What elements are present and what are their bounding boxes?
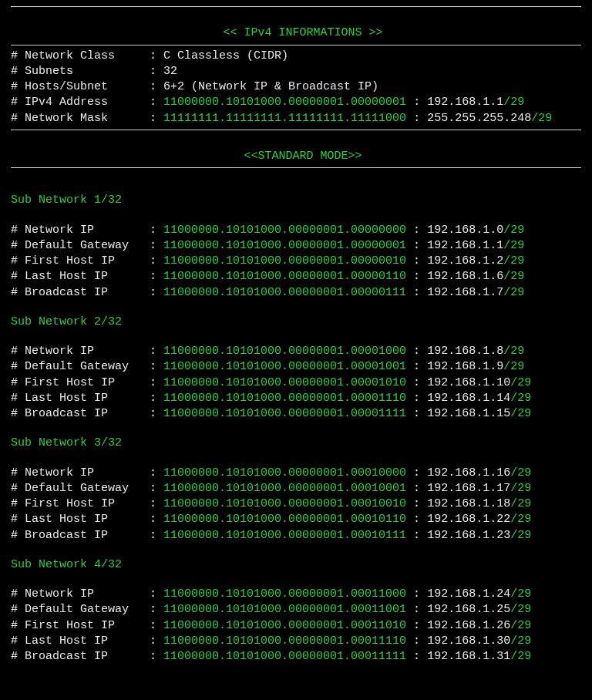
decimal: 255.255.255.248: [427, 112, 531, 125]
subnet-row: # Network IP : 11000000.10101000.0000000…: [11, 223, 581, 238]
row-label: # Last Host IP: [11, 392, 143, 405]
row-label: # Default Gateway: [11, 360, 143, 373]
subnet-row: # Network IP : 11000000.10101000.0000000…: [11, 587, 581, 602]
row-binary: 11000000.10101000.00000001.00010010: [163, 497, 406, 510]
row-decimal: 192.168.1.23: [427, 529, 510, 542]
value: 32: [163, 65, 177, 78]
row-binary: 11000000.10101000.00000001.00011000: [163, 587, 406, 601]
row-decimal: 192.168.1.24: [427, 587, 510, 601]
row-binary: 11000000.10101000.00000001.00010001: [163, 482, 406, 495]
row-label: # Network IP: [11, 466, 143, 480]
row-decimal: 192.168.1.17: [427, 482, 510, 495]
subnet-row: # First Host IP : 11000000.10101000.0000…: [11, 496, 581, 512]
row-cidr: /29: [503, 286, 524, 299]
pad: [115, 49, 143, 62]
separator: [11, 45, 581, 45]
row-decimal: 192.168.1.30: [427, 634, 510, 648]
row-cidr: /29: [510, 513, 531, 526]
subnet-title: Sub Network 4/32: [11, 557, 581, 573]
row-cidr: /29: [510, 603, 531, 616]
subnet-row: # Broadcast IP : 11000000.10101000.00000…: [11, 649, 581, 665]
row-binary: 11000000.10101000.00000001.00010000: [163, 466, 406, 480]
row-binary: 11000000.10101000.00000001.00000110: [163, 270, 406, 283]
row-cidr: /29: [503, 254, 524, 268]
row-decimal: 192.168.1.2: [427, 254, 503, 268]
row-decimal: 192.168.1.15: [427, 407, 510, 420]
row-decimal: 192.168.1.10: [427, 376, 510, 389]
subnet-row: # First Host IP : 11000000.10101000.0000…: [11, 618, 581, 634]
row-cidr: /29: [510, 650, 531, 663]
row-binary: 11000000.10101000.00000001.00010110: [163, 513, 406, 526]
row-cidr: /29: [510, 407, 531, 420]
subnets-list: Sub Network 1/32# Network IP : 11000000.…: [11, 193, 581, 678]
label: # Hosts/Subnet: [11, 80, 108, 93]
row-decimal: 192.168.1.16: [427, 466, 510, 480]
row-binary: 11000000.10101000.00000001.00011001: [163, 603, 406, 616]
cidr: /29: [503, 96, 524, 109]
row-cidr: /29: [510, 392, 531, 405]
row-binary: 11000000.10101000.00000001.00001111: [163, 407, 406, 420]
row-binary: 11000000.10101000.00000001.00001010: [163, 376, 406, 389]
row-decimal: 192.168.1.7: [427, 286, 503, 299]
subnet-title: Sub Network 3/32: [11, 436, 581, 451]
row-label: # First Host IP: [11, 497, 143, 510]
row-binary: 11000000.10101000.00000001.00011111: [163, 650, 406, 663]
row-decimal: 192.168.1.26: [427, 619, 510, 632]
mode-header: <<STANDARD MODE>>: [11, 133, 581, 165]
row-label: # Default Gateway: [11, 482, 143, 495]
subnet-row: # Last Host IP : 11000000.10101000.00000…: [11, 391, 581, 406]
row-binary: 11000000.10101000.00000001.00011010: [163, 619, 406, 632]
subnet-row: # Broadcast IP : 11000000.10101000.00000…: [11, 528, 581, 544]
subnet-row: # First Host IP : 11000000.10101000.0000…: [11, 254, 581, 269]
row-cidr: /29: [503, 239, 524, 252]
row-binary: 11000000.10101000.00000001.00010111: [163, 529, 406, 542]
subnet-title: Sub Network 2/32: [11, 315, 581, 330]
row-binary: 11000000.10101000.00000001.00011110: [163, 634, 406, 648]
ipv4-info-header: << IPv4 INFORMATIONS >>: [11, 10, 581, 42]
row-binary: 11000000.10101000.00000001.00001001: [163, 360, 406, 373]
value: C Classless (CIDR): [163, 49, 288, 62]
row-cidr: /29: [503, 360, 524, 373]
label: # Subnets: [11, 65, 73, 78]
row-binary: 11000000.10101000.00000001.00000111: [163, 286, 406, 299]
row-cidr: /29: [503, 270, 524, 283]
row-decimal: 192.168.1.31: [427, 650, 510, 663]
info-network-mask: # Network Mask : 11111111.11111111.11111…: [11, 111, 581, 126]
row-decimal: 192.168.1.9: [427, 360, 503, 373]
row-cidr: /29: [503, 224, 524, 237]
row-decimal: 192.168.1.25: [427, 603, 510, 616]
row-label: # Network IP: [11, 224, 143, 237]
subnet-row: # Broadcast IP : 11000000.10101000.00000…: [11, 285, 581, 301]
row-label: # Broadcast IP: [11, 529, 143, 542]
info-network-class: # Network Class : C Classless (CIDR): [11, 49, 581, 64]
subnet-row: # Default Gateway : 11000000.10101000.00…: [11, 359, 581, 375]
row-cidr: /29: [510, 466, 531, 480]
label: # IPv4 Address: [11, 96, 108, 109]
row-label: # First Host IP: [11, 376, 143, 389]
header-title: IPv4 INFORMATIONS: [244, 26, 362, 39]
subnet-row: # Last Host IP : 11000000.10101000.00000…: [11, 634, 581, 649]
row-label: # Last Host IP: [11, 513, 143, 526]
row-decimal: 192.168.1.6: [427, 270, 503, 283]
row-cidr: /29: [510, 376, 531, 389]
row-label: # Broadcast IP: [11, 650, 143, 663]
row-cidr: /29: [510, 482, 531, 495]
row-decimal: 192.168.1.8: [427, 345, 503, 358]
separator: [11, 6, 581, 7]
row-binary: 11000000.10101000.00000001.00000001: [163, 239, 406, 252]
separator: [11, 167, 581, 168]
row-binary: 11000000.10101000.00000001.00001110: [163, 392, 406, 405]
row-cidr: /29: [510, 529, 531, 542]
row-binary: 11000000.10101000.00000001.00000010: [163, 254, 406, 268]
row-label: # Broadcast IP: [11, 286, 143, 299]
decimal: 192.168.1.1: [427, 96, 503, 109]
row-binary: 11000000.10101000.00000001.00000000: [163, 224, 406, 237]
row-decimal: 192.168.1.14: [427, 392, 510, 405]
row-cidr: /29: [510, 619, 531, 632]
cidr: /29: [531, 112, 552, 125]
mode-bracket-right: >>: [348, 150, 362, 163]
info-subnets: # Subnets : 32: [11, 64, 581, 79]
row-label: # Default Gateway: [11, 603, 143, 616]
header-bracket-left: <<: [223, 26, 244, 39]
row-cidr: /29: [510, 497, 531, 510]
